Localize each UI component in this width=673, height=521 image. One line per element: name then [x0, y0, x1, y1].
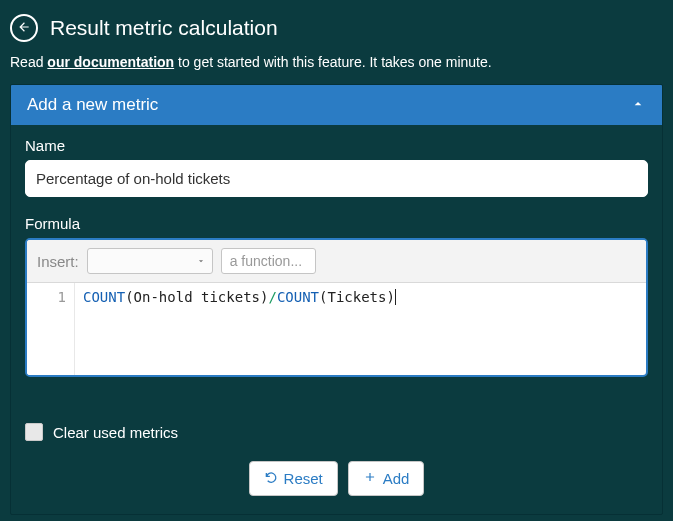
page-title: Result metric calculation	[50, 16, 278, 40]
chevron-up-icon	[630, 96, 646, 115]
intro-prefix: Read	[10, 54, 47, 70]
metric-name-input[interactable]	[25, 160, 648, 197]
back-button[interactable]	[10, 14, 38, 42]
add-label: Add	[383, 470, 410, 487]
formula-arg2: (Tickets)	[319, 289, 395, 305]
formula-arg1: (On-hold tickets)	[125, 289, 268, 305]
arrow-left-icon	[17, 20, 31, 37]
insert-toolbar: Insert:	[27, 240, 646, 283]
intro-suffix: to get started with this feature. It tak…	[174, 54, 492, 70]
clear-metrics-label: Clear used metrics	[53, 424, 178, 441]
formula-fn2: COUNT	[277, 289, 319, 305]
clear-metrics-checkbox[interactable]	[25, 423, 43, 441]
insert-dropdown[interactable]	[87, 248, 213, 274]
formula-fn1: COUNT	[83, 289, 125, 305]
line-gutter: 1	[27, 283, 75, 375]
formula-code[interactable]: COUNT(On-hold tickets)/COUNT(Tickets)	[75, 283, 646, 375]
reset-button[interactable]: Reset	[249, 461, 338, 496]
panel-title: Add a new metric	[27, 95, 158, 115]
reset-label: Reset	[284, 470, 323, 487]
caret-down-icon	[196, 253, 206, 269]
undo-icon	[264, 470, 278, 487]
formula-label: Formula	[25, 215, 648, 232]
insert-label: Insert:	[37, 253, 79, 270]
plus-icon	[363, 470, 377, 487]
function-search-input[interactable]	[221, 248, 316, 274]
formula-op: /	[268, 289, 276, 305]
add-metric-panel: Add a new metric Name Formula Insert: 1	[10, 84, 663, 515]
name-label: Name	[25, 137, 648, 154]
add-button[interactable]: Add	[348, 461, 425, 496]
panel-header[interactable]: Add a new metric	[11, 85, 662, 125]
line-number: 1	[33, 289, 66, 305]
formula-editor: Insert: 1 COUNT(On-hold tickets)/COUNT(T…	[25, 238, 648, 377]
intro-text: Read our documentation to get started wi…	[0, 50, 673, 84]
documentation-link[interactable]: our documentation	[47, 54, 174, 70]
text-cursor	[395, 289, 396, 305]
